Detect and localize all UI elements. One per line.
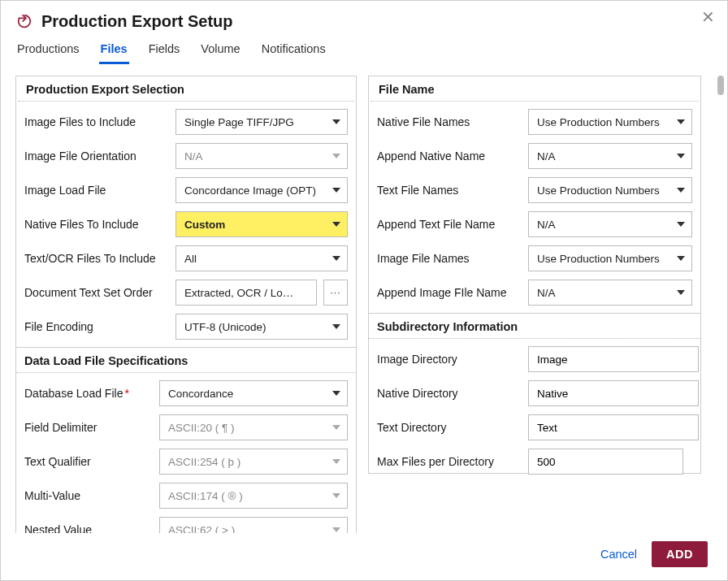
- row-image-orientation: Image File Orientation N/A: [21, 139, 351, 173]
- chevron-down-icon: [332, 425, 340, 430]
- label-nested-val: Nested Value: [24, 523, 153, 533]
- close-button[interactable]: ✕: [698, 7, 717, 27]
- row-append-native: Append Native Name N/A: [374, 139, 696, 173]
- chevron-down-icon: [332, 119, 340, 124]
- input-image-dir[interactable]: [528, 346, 699, 372]
- label-append-native: Append Native Name: [377, 150, 522, 163]
- tab-files[interactable]: Files: [99, 39, 129, 64]
- label-text-file-names: Text File Names: [377, 184, 522, 197]
- label-append-image: Append Image FIle Name: [377, 286, 522, 299]
- select-text-ocr-include[interactable]: All: [176, 245, 348, 271]
- tab-fields[interactable]: Fields: [147, 39, 182, 64]
- scrollbar[interactable]: [717, 76, 724, 95]
- chevron-down-icon: [332, 459, 340, 464]
- section-title-prod-export: Production Export Selection: [18, 76, 354, 102]
- row-native-dir: Native Directory: [374, 376, 696, 410]
- dialog: Production Export Setup ✕ Productions Fi…: [0, 0, 728, 581]
- chevron-down-icon: [677, 188, 685, 193]
- input-max-files[interactable]: [528, 449, 683, 475]
- select-append-text[interactable]: N/A: [528, 211, 692, 237]
- row-text-file-names: Text File Names Use Production Numbers: [374, 173, 696, 207]
- select-image-files-include[interactable]: Single Page TIFF/JPG: [176, 109, 348, 135]
- select-image-load-file[interactable]: Concordance Image (OPT): [176, 177, 348, 203]
- tab-productions[interactable]: Productions: [15, 39, 81, 64]
- select-image-file-names[interactable]: Use Production Numbers: [528, 245, 692, 271]
- row-text-qual: Text Qualifier ASCII:254 ( þ ): [21, 444, 351, 479]
- select-image-orientation: N/A: [176, 143, 348, 169]
- row-append-image: Append Image FIle Name N/A: [374, 275, 696, 310]
- select-append-native[interactable]: N/A: [528, 143, 692, 169]
- select-native-files-include[interactable]: Custom: [176, 211, 348, 237]
- select-file-encoding[interactable]: UTF-8 (Unicode): [176, 314, 348, 340]
- doc-text-order-more-button[interactable]: ···: [323, 280, 348, 306]
- row-append-text: Append Text File Name N/A: [374, 207, 696, 241]
- label-db-load-file: Database Load File*: [24, 387, 153, 400]
- section-title-file-name: File Name: [370, 76, 699, 102]
- export-icon: [15, 13, 33, 31]
- select-native-file-names[interactable]: Use Production Numbers: [528, 109, 692, 135]
- label-text-ocr-include: Text/OCR Files To Include: [24, 252, 169, 265]
- section-title-subdir: Subdirectory Information: [369, 313, 700, 339]
- tab-volume[interactable]: Volume: [199, 39, 241, 64]
- dialog-title: Production Export Setup: [41, 12, 233, 31]
- left-panel: Production Export Selection Image Files …: [15, 76, 357, 533]
- label-file-encoding: File Encoding: [24, 320, 169, 333]
- row-image-dir: Image Directory: [374, 342, 696, 376]
- row-image-file-names: Image File Names Use Production Numbers: [374, 241, 696, 275]
- row-doc-text-order: Document Text Set Order Extracted, OCR /…: [21, 275, 351, 310]
- row-db-load-file: Database Load File* Concordance: [21, 376, 351, 410]
- chevron-down-icon: [332, 527, 340, 532]
- row-file-encoding: File Encoding UTF-8 (Unicode): [21, 310, 351, 344]
- section-dlf: Database Load File* Concordance Field De…: [16, 373, 356, 533]
- select-db-load-file[interactable]: Concordance: [159, 380, 348, 406]
- row-multi-val: Multi-Value ASCII:174 ( ® ): [21, 479, 351, 513]
- label-image-files-include: Image Files to Include: [24, 115, 169, 128]
- label-image-dir: Image Directory: [377, 353, 522, 366]
- add-button[interactable]: ADD: [652, 541, 708, 567]
- select-append-image[interactable]: N/A: [528, 280, 692, 306]
- cancel-button[interactable]: Cancel: [600, 548, 637, 561]
- chevron-down-icon: [332, 324, 340, 329]
- label-image-load-file: Image Load File: [24, 184, 169, 197]
- row-text-ocr-include: Text/OCR Files To Include All: [21, 241, 351, 275]
- chevron-down-icon: [677, 256, 685, 261]
- row-text-dir: Text Directory: [374, 410, 696, 444]
- row-image-load-file: Image Load File Concordance Image (OPT): [21, 173, 351, 207]
- label-image-orientation: Image File Orientation: [24, 150, 169, 163]
- dialog-footer: Cancel ADD: [1, 533, 727, 580]
- row-nested-val: Nested Value ASCII:62 ( > ): [21, 513, 351, 533]
- chevron-down-icon: [332, 493, 340, 498]
- input-native-dir[interactable]: [528, 380, 699, 406]
- row-native-file-names: Native File Names Use Production Numbers: [374, 105, 696, 139]
- row-native-files-include: Native Files To Include Custom: [21, 207, 351, 241]
- required-mark: *: [124, 387, 128, 400]
- row-max-files: Max Files per Directory: [374, 444, 696, 479]
- select-text-qual: ASCII:254 ( þ ): [159, 449, 348, 475]
- input-text-dir[interactable]: [528, 414, 699, 440]
- select-text-file-names[interactable]: Use Production Numbers: [528, 177, 692, 203]
- select-nested-val: ASCII:62 ( > ): [159, 517, 348, 533]
- right-panel: File Name Native File Names Use Producti…: [368, 76, 701, 474]
- chevron-down-icon: [332, 188, 340, 193]
- chevron-down-icon: [677, 222, 685, 227]
- label-text-dir: Text Directory: [377, 421, 522, 434]
- chevron-down-icon: [332, 391, 340, 396]
- label-text-qual: Text Qualifier: [24, 455, 153, 468]
- chevron-down-icon: [677, 119, 685, 124]
- label-multi-val: Multi-Value: [24, 489, 153, 502]
- row-field-delim: Field Delimiter ASCII:20 ( ¶ ): [21, 410, 351, 444]
- chevron-down-icon: [332, 154, 340, 158]
- tab-notifications[interactable]: Notifications: [260, 39, 327, 64]
- section-prod-export: Image Files to Include Single Page TIFF/…: [16, 102, 356, 347]
- chevron-down-icon: [332, 256, 340, 261]
- display-doc-text-order: Extracted, OCR / Loaded: [176, 280, 317, 306]
- content: Production Export Selection Image Files …: [1, 64, 727, 533]
- row-image-files-include: Image Files to Include Single Page TIFF/…: [21, 105, 351, 139]
- section-subdir: Image Directory Native Directory Text Di…: [369, 339, 700, 482]
- label-max-files: Max Files per Directory: [377, 455, 522, 468]
- chevron-down-icon: [677, 154, 685, 158]
- label-image-file-names: Image File Names: [377, 252, 522, 265]
- label-native-file-names: Native File Names: [377, 115, 522, 128]
- tabs: Productions Files Fields Volume Notifica…: [1, 39, 727, 64]
- dialog-header: Production Export Setup ✕: [1, 1, 727, 39]
